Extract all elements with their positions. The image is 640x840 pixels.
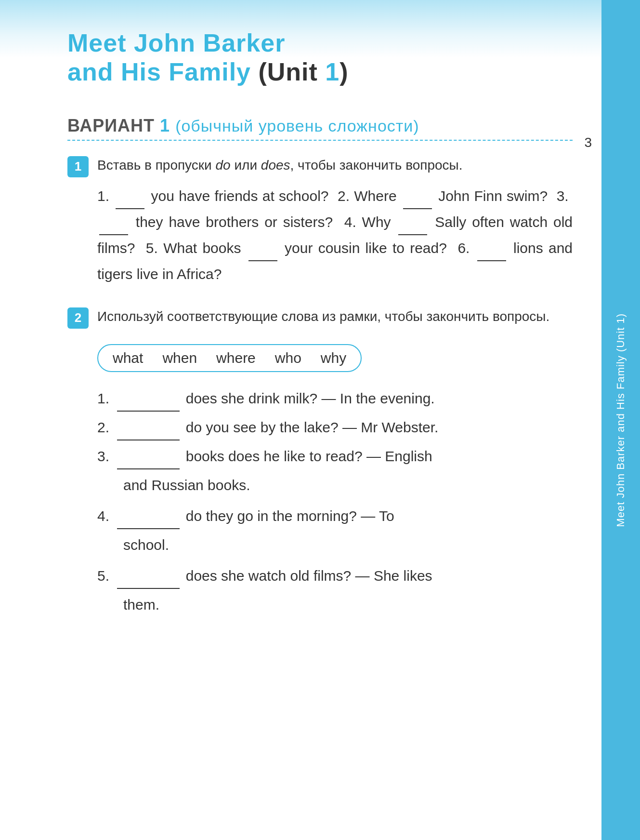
- book-title: Meet John Barker and His Family (Unit 1): [67, 29, 573, 87]
- variant-number: 1: [160, 116, 170, 135]
- variant-heading: ВАРИАНТ 1 (обычный уровень сложности): [67, 116, 573, 136]
- word-box: what when where who why: [97, 344, 362, 372]
- ex2-num-5: 5.: [97, 568, 109, 584]
- exercise-1: 1 Вставь в пропуски do или does, чтобы з…: [67, 155, 573, 287]
- instruction-end: , чтобы закончить вопросы.: [290, 158, 463, 173]
- word-why: why: [321, 350, 346, 366]
- exercise-2-badge: 2: [67, 307, 89, 329]
- ex2-item-4-cont: school.: [123, 532, 573, 558]
- blank-1-3: [99, 225, 128, 235]
- exercise-1-instruction: Вставь в пропуски do или does, чтобы зак…: [97, 155, 573, 175]
- exercise-1-content: Вставь в пропуски do или does, чтобы зак…: [97, 155, 573, 287]
- blank-2-2: [117, 430, 180, 440]
- title-line2: and His Family (Unit 1): [67, 58, 573, 87]
- ex2-num-3: 3.: [97, 448, 109, 464]
- sidebar-text: Meet John Barker and His Family (Unit 1): [614, 313, 628, 527]
- blank-1-2: [403, 199, 432, 209]
- word-where: where: [216, 350, 256, 366]
- ex2-item-3-cont: and Russian books.: [123, 472, 573, 498]
- word-what: what: [113, 350, 143, 366]
- instruction-do: do: [215, 158, 230, 173]
- word-who: who: [275, 350, 301, 366]
- instruction-before-italic: Вставь в пропуски: [97, 158, 215, 173]
- word-when: when: [162, 350, 197, 366]
- ex2-item-1: 1. does she drink milk? — In the evening…: [97, 386, 573, 412]
- title-close-paren: ): [340, 58, 348, 86]
- blank-2-1: [117, 401, 180, 412]
- right-sidebar: Meet John Barker and His Family (Unit 1): [601, 0, 640, 840]
- page-number: 3: [584, 135, 592, 150]
- exercise-2-instruction: Используй соответствующие слова из рамки…: [97, 307, 573, 327]
- title-unit-label: (Unit: [251, 58, 325, 86]
- ex2-num-2: 2.: [97, 419, 109, 435]
- variant-difficulty: (обычный уровень сложности): [175, 117, 419, 135]
- ex2-text-3: books does he like to read? — English: [186, 448, 432, 464]
- title-line1: Meet John Barker: [67, 29, 573, 58]
- ex2-item-5: 5. does she watch old films? — She likes: [97, 563, 573, 589]
- section-divider: [67, 140, 573, 141]
- exercise-1-text: 1. you have friends at school? 2. Where …: [97, 183, 573, 287]
- blank-1-1: [116, 199, 144, 209]
- exercise-2: 2 Используй соответствующие слова из рам…: [67, 307, 573, 623]
- blank-1-5: [248, 251, 277, 261]
- ex2-text-5: does she watch old films? — She likes: [186, 568, 432, 584]
- main-content: Meet John Barker and His Family (Unit 1)…: [39, 0, 592, 623]
- blank-2-5: [117, 578, 180, 589]
- ex2-item-4: 4. do they go in the morning? — To: [97, 503, 573, 529]
- ex2-text-1: does she drink milk? — In the evening.: [186, 390, 435, 406]
- ex2-text-4: do they go in the morning? — To: [186, 508, 394, 524]
- blank-2-3: [117, 459, 180, 469]
- exercise-2-content: Используй соответствующие слова из рамки…: [97, 307, 573, 623]
- ex2-item-3: 3. books does he like to read? — English: [97, 443, 573, 469]
- variant-label: ВАРИАНТ: [67, 116, 155, 135]
- ex2-text-2: do you see by the lake? — Mr Webster.: [186, 419, 439, 435]
- ex2-num-1: 1.: [97, 390, 109, 406]
- ex2-item-5-cont: them.: [123, 592, 573, 618]
- blank-1-6: [477, 251, 506, 261]
- title-unit-number: 1: [325, 58, 340, 86]
- ex2-item-2: 2. do you see by the lake? — Mr Webster.: [97, 414, 573, 440]
- exercise-1-badge: 1: [67, 156, 89, 177]
- instruction-or: или: [231, 158, 261, 173]
- blank-2-4: [117, 519, 180, 529]
- blank-1-4: [398, 225, 427, 235]
- ex2-num-4: 4.: [97, 508, 109, 524]
- instruction-does: does: [261, 158, 290, 173]
- title-line2-blue: and His Family: [67, 58, 251, 86]
